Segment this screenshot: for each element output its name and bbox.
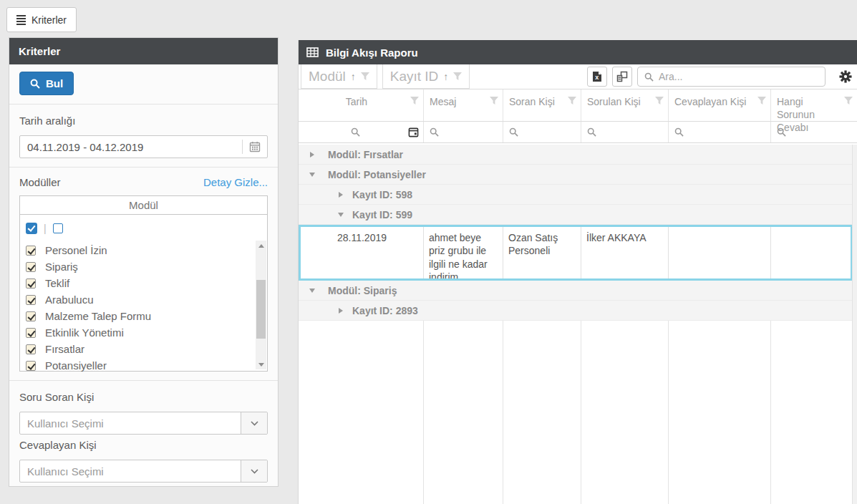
group-row[interactable]: Kayıt ID: 599 [299, 205, 853, 225]
detail-hide-link[interactable]: Detay Gizle... [203, 176, 268, 188]
export-excel-button[interactable]: x [587, 67, 607, 87]
answerer-label: Cevaplayan Kişi [19, 439, 268, 451]
search-icon [351, 127, 360, 137]
date-range-input[interactable]: 04.11.2019 - 04.12.2019 [19, 135, 268, 158]
filter-icon[interactable] [655, 97, 664, 105]
filter-cell-tarih[interactable] [299, 122, 424, 142]
sort-ascending-icon: ↑ [443, 71, 448, 82]
deselect-all-checkbox[interactable] [53, 223, 63, 233]
search-icon [587, 127, 596, 137]
column-header-mesaj[interactable]: Mesaj [424, 89, 503, 121]
module-item: Teklif [26, 275, 267, 291]
search-icon [644, 72, 654, 82]
filter-row [299, 122, 857, 143]
expand-icon[interactable] [337, 192, 344, 198]
filter-icon[interactable] [490, 97, 498, 105]
filter-cell-mesaj[interactable] [424, 122, 503, 142]
data-row-selected[interactable]: 28.11.2019 ahmet beye priz grubu ile ilg… [299, 225, 853, 281]
module-checkbox[interactable] [26, 328, 36, 338]
criteria-toggle-button[interactable]: Kriterler [6, 7, 77, 32]
cell-mesaj[interactable]: ahmet beye priz grubu ile ilgili ne kada… [424, 227, 503, 278]
column-header-soran-kisi[interactable]: Soran Kişi [503, 89, 581, 121]
filter-icon[interactable] [844, 97, 853, 105]
criteria-panel: Kriterler Bul Tarih aralığı 04.11.2019 -… [9, 37, 279, 487]
module-checkbox[interactable] [26, 278, 36, 289]
module-label: Teklif [45, 277, 69, 289]
asker-select[interactable]: Kullanıcı Seçimi [19, 412, 268, 435]
filter-icon[interactable] [757, 97, 766, 105]
answerer-select-value: Kullanıcı Seçimi [20, 460, 241, 482]
cell-sorulan-kisi[interactable]: İlker AKKAYA [581, 227, 669, 278]
filter-icon[interactable] [361, 72, 369, 80]
expand-icon[interactable] [309, 152, 316, 158]
search-input[interactable] [659, 71, 818, 82]
group-chip-modul[interactable]: Modül ↑ [301, 64, 377, 89]
group-row[interactable]: Modül: Potansiyeller [299, 165, 853, 185]
group-row-label: Kayıt ID: 598 [352, 189, 412, 200]
module-item: Personel İzin [26, 242, 267, 258]
group-row[interactable]: Kayıt ID: 598 [299, 185, 853, 205]
module-item: Sipariş [26, 258, 267, 275]
module-checkbox[interactable] [26, 311, 36, 321]
filter-cell-soran-kisi[interactable] [503, 122, 581, 142]
column-label: Soran Kişi [509, 96, 555, 107]
expand-icon[interactable] [337, 308, 344, 314]
module-item: Fırsatlar [26, 341, 267, 357]
group-chip-kayit-id[interactable]: Kayıt ID ↑ [382, 64, 470, 89]
cell-cevaplayan-kisi[interactable] [669, 227, 771, 278]
filter-cell-sorulan-kisi[interactable] [581, 122, 669, 142]
collapse-icon[interactable] [337, 213, 344, 217]
asker-label: Soru Soran Kişi [19, 391, 268, 403]
filter-icon[interactable] [410, 97, 419, 105]
cell-tarih[interactable]: 28.11.2019 [301, 227, 424, 278]
filter-icon[interactable] [453, 72, 462, 80]
module-checkbox[interactable] [26, 344, 36, 354]
collapse-icon[interactable] [309, 289, 316, 293]
chevron-down-icon[interactable] [241, 460, 267, 482]
grid-vertical-scrollbar[interactable] [852, 145, 857, 504]
column-header-tarih[interactable]: Tarih [299, 89, 424, 121]
search-icon [674, 127, 684, 137]
column-label: Tarih [346, 96, 367, 107]
criteria-toggle-label: Kriterler [32, 14, 67, 26]
find-button[interactable]: Bul [19, 72, 74, 95]
checkbox-separator: | [44, 223, 47, 234]
scrollbar-thumb[interactable] [256, 280, 266, 339]
group-row[interactable]: Kayıt ID: 2893 [299, 301, 853, 321]
group-row[interactable]: Modül: Sipariş [299, 281, 853, 301]
column-chooser-button[interactable] [612, 67, 632, 87]
column-header-hangi-sorunun-cevabi[interactable]: Hangi Sorunun Cevabı [771, 89, 857, 121]
select-all-checkbox[interactable] [26, 223, 37, 234]
module-item: Malzeme Talep Formu [26, 308, 267, 324]
module-checkbox[interactable] [26, 361, 36, 371]
grid-rows: Modül: Fırsatlar Modül: Potansiyeller Ka… [299, 145, 857, 504]
calendar-icon[interactable] [243, 141, 267, 152]
modules-section: Modüller Detay Gizle... Modül | Personel… [9, 168, 278, 381]
column-header-sorulan-kisi[interactable]: Sorulan Kişi [581, 89, 669, 121]
search-icon [430, 127, 439, 137]
asker-select-value: Kullanıcı Seçimi [20, 412, 241, 434]
filter-cell-cevaplayan-kisi[interactable] [669, 122, 771, 142]
chevron-down-icon[interactable] [241, 412, 267, 434]
scroll-up-icon[interactable] [256, 241, 266, 251]
module-checkbox[interactable] [26, 262, 36, 272]
cell-hangi-sorunun-cevabi[interactable] [771, 227, 851, 278]
settings-button[interactable] [837, 67, 854, 87]
answerer-select[interactable]: Kullanıcı Seçimi [19, 460, 268, 483]
module-label: Potansiyeller [45, 359, 107, 372]
calendar-icon[interactable] [408, 127, 419, 140]
modules-scrollbar[interactable] [256, 241, 266, 369]
filter-icon[interactable] [568, 97, 576, 105]
group-row-label: Kayıt ID: 599 [352, 209, 412, 220]
module-label: Personel İzin [45, 244, 107, 256]
module-checkbox[interactable] [26, 246, 36, 256]
collapse-icon[interactable] [309, 173, 316, 177]
grid-empty-area [299, 321, 853, 504]
group-row[interactable]: Modül: Fırsatlar [299, 145, 853, 165]
scroll-down-icon[interactable] [256, 359, 266, 369]
cell-soran-kisi[interactable]: Ozan Satış Personeli [503, 227, 581, 278]
gear-icon [839, 70, 852, 83]
column-header-row: Tarih Mesaj Soran Kişi Sorulan Kişi Ceva… [299, 89, 857, 122]
column-header-cevaplayan-kisi[interactable]: Cevaplayan Kişi [669, 89, 771, 121]
module-checkbox[interactable] [26, 295, 36, 305]
